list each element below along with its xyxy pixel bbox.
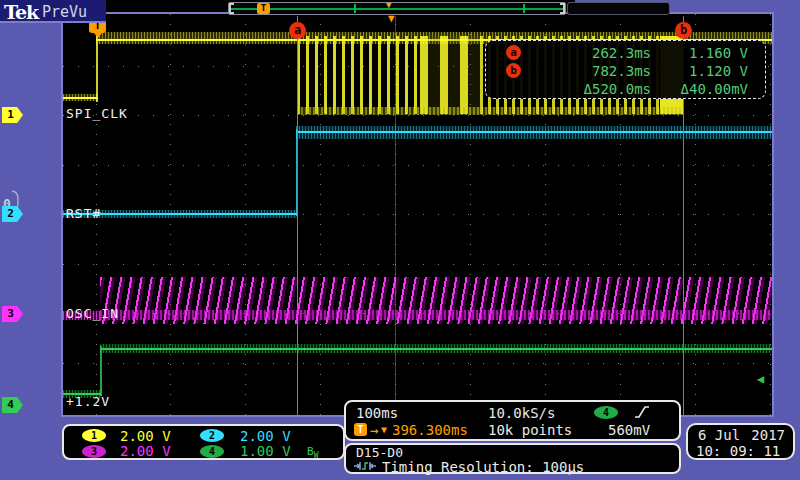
channel-scales-box: 1 2.00 V 2 2.00 V 3 2.00 V 4 1.00 V BW <box>62 424 345 460</box>
expansion-point-line <box>395 16 396 415</box>
ch1-rising-edge <box>96 36 98 102</box>
cursor-a-line[interactable] <box>297 16 298 415</box>
delay-arrow-icon: → <box>370 422 378 438</box>
cursor-a-badge: a <box>506 45 521 60</box>
record-window-left-bracket <box>229 3 234 14</box>
gridline <box>63 264 772 265</box>
digital-bus-label: D15-D0 <box>356 445 403 460</box>
ch2-badge[interactable]: 2 <box>200 429 224 442</box>
cursor-b-value: 1.120 V <box>636 63 748 79</box>
datetime-box: 6 Jul 2017 10: 09: 11 <box>686 423 795 460</box>
trigger-level-arrow[interactable]: ◀ <box>757 372 764 386</box>
ch3-label: OSC_IN <box>66 306 119 321</box>
record-length: 10k points <box>488 422 572 438</box>
record-window-right-bracket <box>560 3 565 14</box>
cursor-a-record-tick <box>354 4 356 13</box>
gridline <box>63 363 772 364</box>
ch1-badge[interactable]: 1 <box>82 429 106 442</box>
cursor-delta-time: Δ520.0ms <box>541 81 651 97</box>
cursor-b-time: 782.3ms <box>541 63 651 79</box>
ch3-oscillation-base <box>100 310 772 320</box>
ch4-label: +1.2V <box>66 394 110 409</box>
ch3-scale: 2.00 V <box>120 443 171 459</box>
trigger-level: 560mV <box>608 422 650 438</box>
trigger-delay-icon: T <box>354 423 367 436</box>
trigger-source-badge: 4 <box>594 406 618 419</box>
ch1-scale: 2.00 V <box>120 428 171 444</box>
ch4-scale: 1.00 V <box>240 443 291 459</box>
clock-time: 10: 09: 11 <box>696 443 780 459</box>
bandwidth-limit-badge: BW <box>307 445 318 460</box>
tek-logo: Tek <box>4 1 38 23</box>
digital-bus-box: D15-D0 Timing Resolution: 100μs <box>344 443 681 474</box>
date-year: 2017 <box>751 427 785 443</box>
date-day: 6 Jul <box>698 427 740 443</box>
timing-resolution: Timing Resolution: 100μs <box>382 459 584 475</box>
ch2-position-marker[interactable]: 2 <box>2 206 23 222</box>
ch1-position-marker[interactable]: 1 <box>2 107 23 123</box>
horizontal-delay: 396.300ms <box>392 422 468 438</box>
ch1-clock-burst <box>420 36 480 114</box>
rising-edge-icon <box>634 405 650 419</box>
gridline <box>63 165 772 166</box>
ch2-scale: 2.00 V <box>240 428 291 444</box>
ch4-high-trace <box>100 348 772 350</box>
ch4-badge[interactable]: 4 <box>200 445 224 458</box>
ch3-badge[interactable]: 3 <box>82 445 106 458</box>
record-line <box>231 8 563 10</box>
cursor-delta-value: Δ40.00mV <box>636 81 748 97</box>
ch1-clock-burst <box>297 36 420 114</box>
cursor-a-time: 262.3ms <box>541 45 651 61</box>
horizontal-trigger-box: 100ms 10.0kS/s 4 T → ▼ 396.300ms 10k poi… <box>344 400 681 441</box>
gridline <box>63 115 772 116</box>
ch3-position-marker[interactable]: 3 <box>2 306 23 322</box>
message-area <box>567 2 670 15</box>
logo-band: Tek PreVu <box>0 0 106 23</box>
cursor-b-record-tick <box>523 4 525 13</box>
cursor-a-value: 1.160 V <box>636 45 748 61</box>
ch1-label: SPI_CLK <box>66 106 128 121</box>
ch4-rising-edge <box>100 346 102 396</box>
ch2-label: RST# <box>66 206 101 221</box>
delay-triangle-icon: ▼ <box>381 424 387 435</box>
ch1-burst-bottom-envelope <box>297 107 683 115</box>
expansion-record-icon: ▼ <box>386 0 391 10</box>
cursor-a-tag[interactable]: a <box>289 22 306 39</box>
ch1-low-trace <box>63 97 98 99</box>
cursor-b-tag[interactable]: b <box>675 22 692 39</box>
cursor-b-badge: b <box>506 63 521 78</box>
trigger-record-marker[interactable]: T <box>257 3 270 14</box>
sample-rate: 10.0kS/s <box>488 405 555 421</box>
oscilloscope-screen: ▼ a b T ◀ SPI_CLK RST# OSC_IN +1.2V Tek … <box>0 0 800 480</box>
horizontal-scale: 100ms <box>356 405 398 421</box>
ch4-position-marker[interactable]: 4 <box>2 397 23 413</box>
timing-resolution-icon <box>354 460 376 472</box>
acquisition-mode-label: PreVu <box>42 3 87 21</box>
cursor-readout-box: a 262.3ms 1.160 V b 782.3ms 1.120 V Δ520… <box>485 40 766 99</box>
ch2-high-trace <box>296 131 772 133</box>
acquisition-preview-bar: T ▼ <box>228 2 566 15</box>
